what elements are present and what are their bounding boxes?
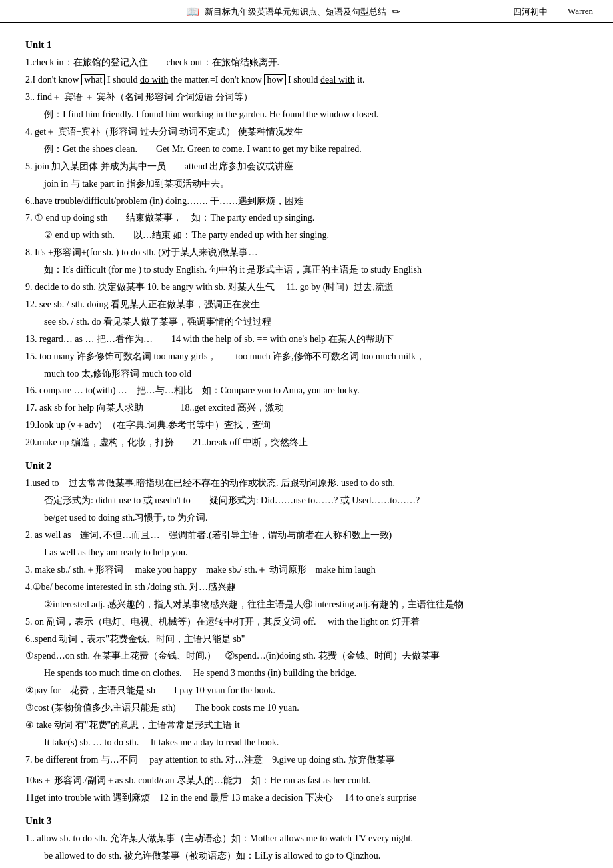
u3-line-1: 1.. allow sb. to do sth. 允许某人做某事（主动语态）如：… (25, 831, 588, 847)
line-9: 9. decide to do sth. 决定做某事 10. be angry … (25, 279, 588, 296)
book-icon: 📖 (186, 5, 199, 18)
line-8: 8. It's +形容词+(for sb. ) to do sth. (对于某人… (25, 245, 588, 261)
unit1-title: Unit 1 (25, 36, 588, 53)
u2-line-2: 2. as well as 连词, 不但…而且… 强调前者.(若引导主语，谓动与… (25, 527, 588, 544)
u2-line-10: 10as＋ 形容词./副词＋as sb. could/can 尽某人的…能力 如… (25, 773, 588, 789)
u2-line-6c: ②pay for 花费，主语只能是 sb I pay 10 yuan for t… (25, 683, 588, 699)
line-3a: 例：I find him friendly. I found him worki… (25, 107, 588, 123)
u2-line-4a: ②interested adj. 感兴趣的，指人对某事物感兴趣，往往主语是人⑥ … (25, 597, 588, 613)
line-15a: much too 太,修饰形容词 much too old (25, 366, 588, 383)
line-20: 20.make up 编造，虚构，化妆，打扮 21..break off 中断，… (25, 435, 588, 451)
header-right: 四河初中 Warren (513, 6, 593, 18)
line-12a: see sb. / sth. do 看见某人做了某事，强调事情的全过过程 (25, 314, 588, 331)
u2-line-6f: It take(s) sb. … to do sth. It takes me … (25, 735, 588, 751)
line-12: 12. see sb. / sth. doing 看见某人正在做某事，强调正在发… (25, 297, 588, 313)
line-16: 16. compare … to(with) … 把…与…相比 如：Compar… (25, 383, 588, 399)
u2-line-1a: 否定形式为: didn't use to 或 usedn't to 疑问形式为:… (25, 493, 588, 509)
school-name: 四河初中 (513, 6, 548, 18)
line-7: 7. ① end up doing sth 结束做某事， 如：The party… (25, 210, 588, 227)
u2-line-4: 4.①be/ become interested in sth /doing s… (25, 579, 588, 596)
u2-line-3: 3. make sb./ sth.＋形容词 make you happy mak… (25, 562, 588, 579)
u2-line-5: 5. on 副词，表示（电灯、电视、机械等）在运转中/打开，其反义词 off. … (25, 614, 588, 631)
u3-line-1a: be allowed to do sth. 被允许做某事（被动语态）如：LiLy… (25, 848, 588, 865)
page-header: 📖 新目标九年级英语单元知识点、短语及句型总结 ✏ 四河初中 Warren (0, 0, 613, 23)
line-13: 13. regard… as … 把…看作为… 14 with the help… (25, 331, 588, 348)
line-2: 2.I don't know what I should do with the… (25, 72, 588, 89)
line-3: 3.. find＋ 宾语 ＋ 宾补（名词 形容词 介词短语 分词等） (25, 89, 588, 106)
line-4: 4. get＋ 宾语+宾补（形容词 过去分词 动词不定式） 使某种情况发生 (25, 124, 588, 141)
unit3-title: Unit 3 (25, 812, 588, 829)
line-19: 19.look up (v＋adv）（在字典.词典.参考书等中）查找，查询 (25, 417, 588, 434)
u2-line-11: 11get into trouble with 遇到麻烦 12 in the e… (25, 790, 588, 807)
line-15: 15. too many 许多修饰可数名词 too many girls， to… (25, 349, 588, 365)
teacher-name: Warren (568, 6, 593, 18)
u2-line-6: 6..spend 动词，表示"花费金钱、时间，主语只能是 sb" (25, 631, 588, 648)
u2-line-1b: be/get used to doing sth.习惯于, to 为介词. (25, 510, 588, 527)
line-7b: ② end up with sth. 以…结束 如：The party ende… (25, 227, 588, 244)
line-1: 1.check in：在旅馆的登记入住 check out：在旅馆结账离开. (25, 55, 588, 71)
line-17: 17. ask sb for help 向某人求助 18..get excite… (25, 400, 588, 417)
line-5a: join in 与 take part in 指参加到某项活动中去。 (25, 176, 588, 193)
u2-line-6a: ①spend…on sth. 在某事上花费（金钱、时间,） ②spend…(in… (25, 648, 588, 665)
line-6: 6..have trouble/difficult/problem (in) d… (25, 193, 588, 210)
unit2-title: Unit 2 (25, 457, 588, 474)
line-8a: 如：It's difficult (for me ) to study Engl… (25, 262, 588, 279)
u2-line-1: 1.used to 过去常常做某事,暗指现在已经不存在的动作或状态. 后跟动词原… (25, 475, 588, 492)
pen-icon: ✏ (392, 6, 400, 18)
page-content: Unit 1 1.check in：在旅馆的登记入住 check out：在旅馆… (0, 23, 613, 868)
header-center: 📖 新目标九年级英语单元知识点、短语及句型总结 ✏ (186, 5, 400, 18)
u2-line-6d: ③cost (某物价值多少,主语只能是 sth) The book costs … (25, 700, 588, 717)
line-5: 5. join 加入某团体 并成为其中一员 attend 出席参加会议或讲座 (25, 159, 588, 175)
u2-line-7: 7. be different from 与…不同 pay attention … (25, 752, 588, 769)
line-4a: 例：Get the shoes clean. Get Mr. Green to … (25, 141, 588, 158)
u2-line-2a: I as well as they am ready to help you. (25, 545, 588, 561)
u2-line-6b: He spends too much time on clothes. He s… (25, 665, 588, 682)
header-title: 新目标九年级英语单元知识点、短语及句型总结 (205, 6, 386, 18)
u2-line-6e: ④ take 动词 有"花费"的意思，主语常常是形式主语 it (25, 717, 588, 734)
